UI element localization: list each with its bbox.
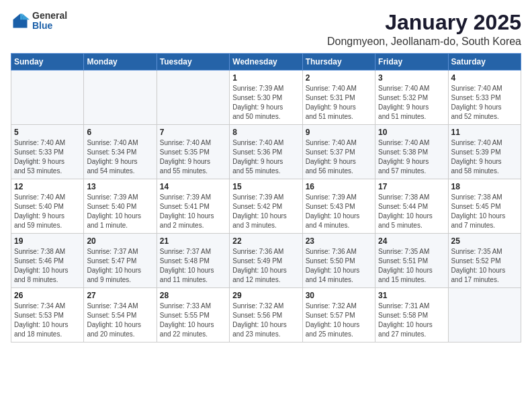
table-row: 29Sunrise: 7:32 AM Sunset: 5:56 PM Dayli…: [230, 288, 302, 342]
day-number: 31: [378, 291, 445, 300]
day-info: Sunrise: 7:35 AM Sunset: 5:51 PM Dayligh…: [378, 247, 445, 285]
header-thursday: Thursday: [302, 54, 375, 71]
calendar-week-row: 1Sunrise: 7:39 AM Sunset: 5:30 PM Daylig…: [11, 71, 521, 125]
day-number: 30: [306, 291, 372, 300]
header-wednesday: Wednesday: [230, 54, 302, 71]
table-row: 21Sunrise: 7:37 AM Sunset: 5:48 PM Dayli…: [157, 234, 229, 288]
day-number: 20: [87, 236, 153, 246]
day-info: Sunrise: 7:40 AM Sunset: 5:34 PM Dayligh…: [87, 138, 153, 176]
table-row: 25Sunrise: 7:35 AM Sunset: 5:52 PM Dayli…: [448, 234, 521, 288]
day-number: 1: [232, 73, 299, 83]
day-number: 23: [306, 236, 372, 246]
day-info: Sunrise: 7:32 AM Sunset: 5:57 PM Dayligh…: [306, 302, 372, 339]
calendar-week-row: 26Sunrise: 7:34 AM Sunset: 5:53 PM Dayli…: [11, 288, 521, 342]
day-number: 24: [378, 236, 445, 246]
table-row: 15Sunrise: 7:39 AM Sunset: 5:42 PM Dayli…: [230, 179, 302, 234]
day-info: Sunrise: 7:37 AM Sunset: 5:47 PM Dayligh…: [87, 247, 153, 285]
table-row: 22Sunrise: 7:36 AM Sunset: 5:49 PM Dayli…: [230, 234, 302, 288]
svg-marker-2: [20, 14, 23, 20]
day-info: Sunrise: 7:40 AM Sunset: 5:38 PM Dayligh…: [378, 138, 445, 176]
logo: General Blue: [11, 11, 67, 32]
table-row: [157, 71, 229, 125]
day-info: Sunrise: 7:36 AM Sunset: 5:49 PM Dayligh…: [232, 247, 299, 285]
day-info: Sunrise: 7:31 AM Sunset: 5:58 PM Dayligh…: [378, 302, 445, 339]
day-info: Sunrise: 7:39 AM Sunset: 5:40 PM Dayligh…: [87, 193, 153, 230]
day-number: 21: [160, 236, 226, 246]
day-number: 5: [14, 128, 81, 137]
table-row: 26Sunrise: 7:34 AM Sunset: 5:53 PM Dayli…: [11, 288, 84, 342]
table-row: 11Sunrise: 7:40 AM Sunset: 5:39 PM Dayli…: [448, 125, 521, 179]
table-row: 9Sunrise: 7:40 AM Sunset: 5:37 PM Daylig…: [302, 125, 375, 179]
table-row: 19Sunrise: 7:38 AM Sunset: 5:46 PM Dayli…: [11, 234, 84, 288]
logo-icon: [11, 11, 30, 30]
day-info: Sunrise: 7:40 AM Sunset: 5:39 PM Dayligh…: [451, 138, 518, 176]
day-info: Sunrise: 7:38 AM Sunset: 5:45 PM Dayligh…: [451, 193, 518, 230]
day-info: Sunrise: 7:39 AM Sunset: 5:41 PM Dayligh…: [160, 193, 226, 230]
day-number: 6: [87, 128, 153, 137]
calendar-week-row: 12Sunrise: 7:40 AM Sunset: 5:40 PM Dayli…: [11, 179, 521, 234]
table-row: 28Sunrise: 7:33 AM Sunset: 5:55 PM Dayli…: [157, 288, 229, 342]
day-info: Sunrise: 7:40 AM Sunset: 5:40 PM Dayligh…: [14, 193, 81, 230]
table-row: 10Sunrise: 7:40 AM Sunset: 5:38 PM Dayli…: [375, 125, 448, 179]
day-number: 22: [232, 236, 299, 246]
table-row: 31Sunrise: 7:31 AM Sunset: 5:58 PM Dayli…: [375, 288, 448, 342]
day-number: 8: [232, 128, 299, 137]
day-info: Sunrise: 7:40 AM Sunset: 5:33 PM Dayligh…: [14, 138, 81, 176]
day-number: 9: [306, 128, 372, 137]
table-row: 24Sunrise: 7:35 AM Sunset: 5:51 PM Dayli…: [375, 234, 448, 288]
day-info: Sunrise: 7:39 AM Sunset: 5:43 PM Dayligh…: [306, 193, 372, 230]
table-row: 13Sunrise: 7:39 AM Sunset: 5:40 PM Dayli…: [84, 179, 157, 234]
day-number: 19: [14, 236, 81, 246]
table-row: 20Sunrise: 7:37 AM Sunset: 5:47 PM Dayli…: [84, 234, 157, 288]
calendar-subtitle: Dongmyeon, Jeollanam-do, South Korea: [327, 36, 521, 48]
table-row: [11, 71, 84, 125]
day-info: Sunrise: 7:34 AM Sunset: 5:54 PM Dayligh…: [87, 302, 153, 339]
day-info: Sunrise: 7:40 AM Sunset: 5:33 PM Dayligh…: [451, 84, 518, 122]
table-row: [84, 71, 157, 125]
table-row: 6Sunrise: 7:40 AM Sunset: 5:34 PM Daylig…: [84, 125, 157, 179]
table-row: 18Sunrise: 7:38 AM Sunset: 5:45 PM Dayli…: [448, 179, 521, 234]
header-saturday: Saturday: [448, 54, 521, 71]
day-info: Sunrise: 7:40 AM Sunset: 5:32 PM Dayligh…: [378, 84, 445, 122]
table-row: 3Sunrise: 7:40 AM Sunset: 5:32 PM Daylig…: [375, 71, 448, 125]
table-row: 14Sunrise: 7:39 AM Sunset: 5:41 PM Dayli…: [157, 179, 229, 234]
calendar-table: Sunday Monday Tuesday Wednesday Thursday…: [11, 53, 521, 342]
header: General Blue January 2025 Dongmyeon, Jeo…: [11, 11, 521, 48]
header-tuesday: Tuesday: [157, 54, 229, 71]
day-info: Sunrise: 7:39 AM Sunset: 5:42 PM Dayligh…: [232, 193, 299, 230]
day-info: Sunrise: 7:38 AM Sunset: 5:44 PM Dayligh…: [378, 193, 445, 230]
day-info: Sunrise: 7:34 AM Sunset: 5:53 PM Dayligh…: [14, 302, 81, 339]
logo-text: General Blue: [32, 11, 67, 32]
day-info: Sunrise: 7:37 AM Sunset: 5:48 PM Dayligh…: [160, 247, 226, 285]
calendar-week-row: 19Sunrise: 7:38 AM Sunset: 5:46 PM Dayli…: [11, 234, 521, 288]
day-number: 26: [14, 291, 81, 300]
day-number: 15: [232, 182, 299, 191]
day-info: Sunrise: 7:36 AM Sunset: 5:50 PM Dayligh…: [306, 247, 372, 285]
header-sunday: Sunday: [11, 54, 84, 71]
table-row: 17Sunrise: 7:38 AM Sunset: 5:44 PM Dayli…: [375, 179, 448, 234]
day-number: 2: [306, 73, 372, 83]
day-info: Sunrise: 7:40 AM Sunset: 5:35 PM Dayligh…: [160, 138, 226, 176]
day-number: 25: [451, 236, 518, 246]
day-info: Sunrise: 7:40 AM Sunset: 5:31 PM Dayligh…: [306, 84, 372, 122]
table-row: [448, 288, 521, 342]
day-number: 7: [160, 128, 226, 137]
day-number: 14: [160, 182, 226, 191]
day-info: Sunrise: 7:33 AM Sunset: 5:55 PM Dayligh…: [160, 302, 226, 339]
page-container: General Blue January 2025 Dongmyeon, Jeo…: [0, 0, 532, 349]
title-block: January 2025 Dongmyeon, Jeollanam-do, So…: [327, 11, 521, 48]
table-row: 12Sunrise: 7:40 AM Sunset: 5:40 PM Dayli…: [11, 179, 84, 234]
day-info: Sunrise: 7:39 AM Sunset: 5:30 PM Dayligh…: [232, 84, 299, 122]
day-number: 13: [87, 182, 153, 191]
calendar-week-row: 5Sunrise: 7:40 AM Sunset: 5:33 PM Daylig…: [11, 125, 521, 179]
weekday-header-row: Sunday Monday Tuesday Wednesday Thursday…: [11, 54, 521, 71]
table-row: 30Sunrise: 7:32 AM Sunset: 5:57 PM Dayli…: [302, 288, 375, 342]
day-number: 27: [87, 291, 153, 300]
day-number: 28: [160, 291, 226, 300]
calendar-title: January 2025: [327, 11, 521, 34]
day-info: Sunrise: 7:35 AM Sunset: 5:52 PM Dayligh…: [451, 247, 518, 285]
table-row: 5Sunrise: 7:40 AM Sunset: 5:33 PM Daylig…: [11, 125, 84, 179]
day-number: 12: [14, 182, 81, 191]
day-number: 3: [378, 73, 445, 83]
table-row: 27Sunrise: 7:34 AM Sunset: 5:54 PM Dayli…: [84, 288, 157, 342]
